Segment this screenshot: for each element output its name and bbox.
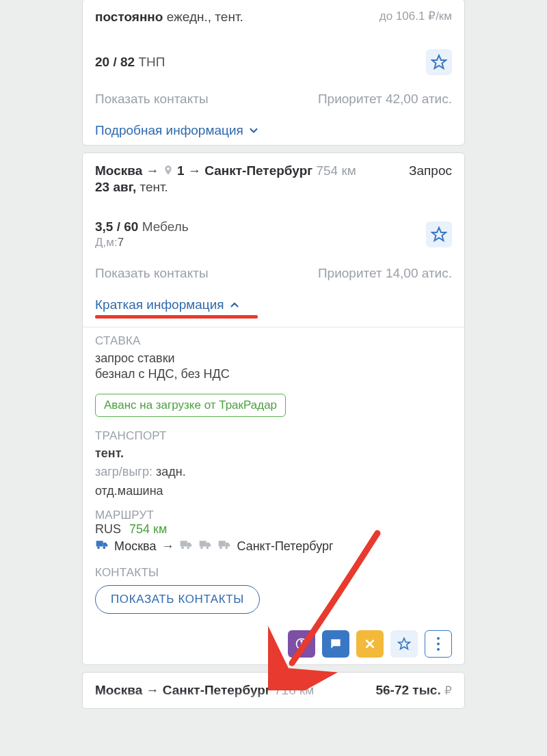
svg-marker-15: [399, 638, 410, 649]
schedule: постоянно ежедн., тент.: [95, 9, 243, 26]
svg-marker-1: [432, 228, 446, 241]
svg-marker-0: [432, 55, 446, 68]
more-menu-button[interactable]: [425, 630, 452, 658]
dimensions: Д,м:7: [95, 236, 189, 249]
expand-details-link[interactable]: Подробная информация: [95, 123, 260, 138]
cargo-card: Москва → Санкт-Петербург 716 км 56-72 ты…: [82, 672, 465, 709]
route-summary: Москва → 1 → Санкт-Петербург 754 км 23 а…: [95, 163, 356, 196]
annotation-underline: [95, 315, 258, 319]
pin-icon: [163, 164, 174, 176]
show-contacts-link[interactable]: Показать контакты: [95, 92, 209, 107]
svg-point-5: [187, 546, 190, 549]
truck-icon: [217, 539, 231, 554]
action-row: [95, 630, 452, 658]
priority-label: Приоритет 14,00 атис.: [318, 266, 452, 281]
favorite-button[interactable]: [426, 49, 452, 75]
close-button[interactable]: [356, 630, 384, 658]
section-heading-contacts: КОНТАКТЫ: [95, 566, 452, 580]
advance-badge: Аванс на загрузке от ТракРадар: [95, 394, 286, 417]
price-per-km: до 106.1 ₽/км: [379, 9, 452, 23]
section-heading-rate: СТАВКА: [95, 334, 452, 348]
cargo-card-expanded: Москва → 1 → Санкт-Петербург 754 км 23 а…: [82, 152, 465, 665]
svg-point-6: [201, 546, 204, 549]
section-heading-transport: ТРАНСПОРТ: [95, 429, 452, 443]
route-country: RUS 754 км: [95, 522, 452, 537]
svg-point-7: [206, 546, 209, 549]
rate-body: запрос ставки безнал с НДС, без НДС: [95, 351, 452, 383]
svg-point-4: [182, 546, 185, 549]
section-heading-route: МАРШРУТ: [95, 509, 452, 522]
show-contacts-button[interactable]: ПОКАЗАТЬ КОНТАКТЫ: [95, 585, 260, 614]
svg-point-3: [103, 546, 106, 549]
svg-point-2: [97, 546, 100, 549]
favorite-action-button[interactable]: [390, 630, 418, 658]
chevron-up-icon: [228, 299, 241, 311]
truck-icon: [95, 539, 109, 554]
cargo-info: 20 / 82 ТНП: [95, 55, 165, 70]
svg-point-8: [220, 546, 223, 549]
show-contacts-link[interactable]: Показать контакты: [95, 266, 209, 281]
route-path: Москва → Санкт-Петербург: [95, 539, 452, 554]
cargo-info: 3,5 / 60 Мебель: [95, 219, 189, 234]
truck-icon: [179, 539, 193, 554]
cargo-card: постоянно ежедн., тент. до 106.1 ₽/км 20…: [82, 0, 465, 146]
favorite-button[interactable]: [426, 221, 452, 247]
request-label: Запрос: [409, 163, 452, 178]
svg-point-12: [301, 640, 302, 642]
svg-point-9: [226, 546, 228, 549]
truck-icon: [198, 539, 212, 554]
loading-info: загр/выгр: задн.: [95, 464, 452, 480]
collapse-details-link[interactable]: Краткая информация: [95, 297, 241, 312]
chevron-down-icon: [248, 124, 260, 137]
chat-button[interactable]: [322, 630, 349, 658]
info-button[interactable]: [288, 630, 315, 658]
priority-label: Приоритет 42,00 атис.: [318, 92, 452, 107]
